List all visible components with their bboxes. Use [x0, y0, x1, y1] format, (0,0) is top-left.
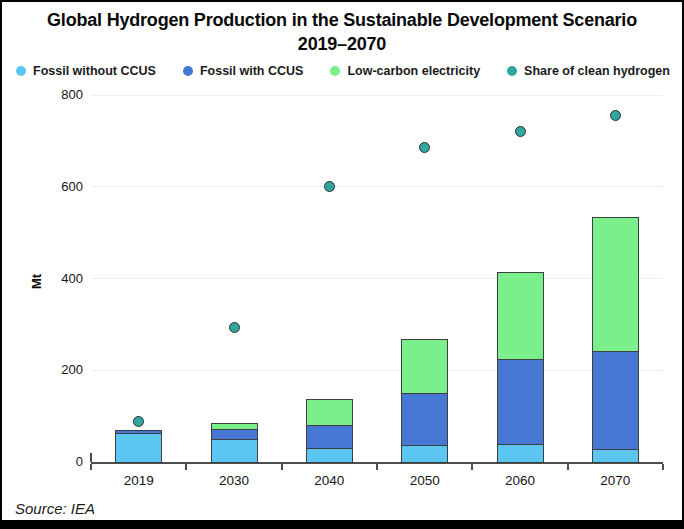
legend-label-share-of-clean-hydrogen: Share of clean hydrogen	[524, 64, 670, 78]
y-tick-label-200: 200	[41, 362, 83, 377]
x-tick-label-2050: 2050	[377, 473, 472, 488]
legend-label-fossil-without-ccus: Fossil without CCUS	[33, 64, 156, 78]
chart-card: Global Hydrogen Production in the Sustai…	[0, 0, 684, 529]
legend-item-fossil-with-ccus: Fossil with CCUS	[183, 64, 303, 78]
source-note: Source: IEA	[15, 500, 95, 517]
chart-title: Global Hydrogen Production in the Sustai…	[2, 8, 682, 56]
x-tick-label-2030: 2030	[186, 473, 281, 488]
legend-label-fossil-with-ccus: Fossil with CCUS	[200, 64, 303, 78]
bar-segment-low-carbon-electricity-2050	[401, 339, 448, 394]
y-axis-stub	[90, 453, 92, 462]
bar-segment-fossil-with-ccus-2040	[306, 425, 353, 449]
gridline-200	[91, 370, 663, 371]
share-dot-2060	[515, 126, 526, 137]
gridline-600	[91, 186, 663, 187]
gridline-400	[91, 278, 663, 279]
plot-area: 201920302040205020602070	[91, 95, 663, 462]
bar-segment-fossil-without-ccus-2060	[497, 444, 544, 463]
y-tick-label-600: 600	[41, 179, 83, 194]
bottom-accent-bar	[2, 520, 682, 527]
y-tick-label-0: 0	[41, 454, 83, 469]
share-dot-2019	[133, 416, 144, 427]
bar-segment-low-carbon-electricity-2040	[306, 399, 353, 427]
x-axis-tick	[281, 464, 283, 470]
legend: Fossil without CCUSFossil with CCUSLow-c…	[16, 62, 670, 80]
x-axis-tick	[376, 464, 378, 470]
share-dot-2050	[419, 142, 430, 153]
share-dot-2040	[324, 181, 335, 192]
x-tick-label-2060: 2060	[472, 473, 567, 488]
bar-segment-fossil-without-ccus-2030	[211, 439, 258, 463]
share-dot-2030	[229, 322, 240, 333]
bar-segment-low-carbon-electricity-2030	[211, 423, 258, 431]
legend-item-low-carbon-electricity: Low-carbon electricity	[330, 64, 480, 78]
bar-segment-fossil-without-ccus-2040	[306, 448, 353, 463]
bar-segment-low-carbon-electricity-2060	[497, 272, 544, 360]
x-axis-tick	[567, 464, 569, 470]
x-axis-tick	[662, 464, 664, 470]
legend-swatch-fossil-with-ccus-icon	[183, 66, 193, 76]
x-axis-tick	[185, 464, 187, 470]
chart-title-line1: Global Hydrogen Production in the Sustai…	[2, 8, 682, 32]
bar-segment-fossil-without-ccus-2050	[401, 445, 448, 463]
y-tick-label-800: 800	[41, 87, 83, 102]
share-dot-2070	[610, 110, 621, 121]
bar-segment-fossil-without-ccus-2019	[115, 433, 162, 463]
bar-segment-fossil-with-ccus-2060	[497, 359, 544, 445]
x-tick-label-2040: 2040	[282, 473, 377, 488]
x-tick-label-2070: 2070	[568, 473, 663, 488]
legend-label-low-carbon-electricity: Low-carbon electricity	[347, 64, 480, 78]
bar-segment-fossil-with-ccus-2070	[592, 351, 639, 450]
x-axis-tick	[471, 464, 473, 470]
legend-swatch-share-of-clean-hydrogen-icon	[507, 66, 517, 76]
bar-segment-fossil-with-ccus-2030	[211, 429, 258, 439]
gridline-800	[91, 95, 663, 96]
bar-segment-fossil-with-ccus-2050	[401, 393, 448, 445]
chart-title-line2: 2019–2070	[2, 32, 682, 56]
legend-item-share-of-clean-hydrogen: Share of clean hydrogen	[507, 64, 670, 78]
bar-segment-low-carbon-electricity-2070	[592, 217, 639, 352]
bar-segment-fossil-without-ccus-2070	[592, 449, 639, 463]
legend-swatch-low-carbon-electricity-icon	[330, 66, 340, 76]
x-axis-tick	[90, 464, 92, 470]
y-tick-label-400: 400	[41, 271, 83, 286]
bar-segment-fossil-with-ccus-2019	[115, 430, 162, 434]
legend-swatch-fossil-without-ccus-icon	[16, 66, 26, 76]
x-tick-label-2019: 2019	[91, 473, 186, 488]
legend-item-fossil-without-ccus: Fossil without CCUS	[16, 64, 156, 78]
